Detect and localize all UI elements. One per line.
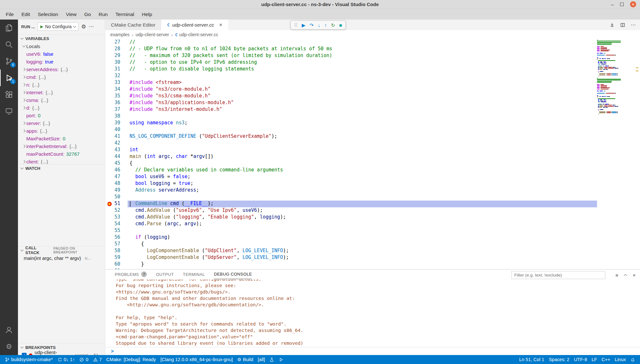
- explorer-icon[interactable]: [0, 20, 18, 36]
- search-icon[interactable]: [0, 36, 18, 53]
- extensions-icon[interactable]: [0, 86, 18, 103]
- debug-console-input-row[interactable]: >: [105, 347, 640, 355]
- menu-help[interactable]: Help: [138, 10, 156, 19]
- close-icon[interactable]: ×: [219, 22, 223, 28]
- variable-row[interactable]: cmd:{...}: [18, 73, 105, 81]
- variable-row[interactable]: logging:true: [18, 58, 105, 65]
- step-over-icon[interactable]: ↷: [310, 23, 314, 28]
- account-icon[interactable]: [0, 322, 18, 338]
- variable-row[interactable]: port:0: [18, 112, 105, 119]
- status-test[interactable]: [267, 355, 276, 364]
- status-launch[interactable]: [276, 355, 286, 364]
- minimap-line: [597, 69, 633, 70]
- tab-cmake-cache-editor[interactable]: CMake Cache Editor: [105, 20, 161, 30]
- stop-icon[interactable]: ■: [339, 23, 342, 28]
- variable-row[interactable]: interPacketInterval:{...}: [18, 142, 105, 150]
- close-panel-icon[interactable]: ×: [633, 272, 636, 278]
- variable-row[interactable]: useV6:false: [18, 50, 105, 58]
- menu-selection[interactable]: Selection: [34, 10, 62, 19]
- menu-go[interactable]: Go: [80, 10, 95, 19]
- panel-tab-debug-console[interactable]: DEBUG CONSOLE: [214, 269, 252, 279]
- variable-row[interactable]: server:{...}: [18, 119, 105, 127]
- variables-header[interactable]: VARIABLES: [18, 35, 105, 42]
- breakpoint-checkbox[interactable]: ✓: [22, 353, 27, 355]
- variable-row[interactable]: internet:{...}: [18, 88, 105, 96]
- twisty: [21, 130, 26, 132]
- menu-edit[interactable]: Edit: [18, 10, 34, 19]
- output-options-icon[interactable]: ≡: [615, 272, 618, 278]
- status-cmake-target[interactable]: [all]: [256, 355, 267, 364]
- line-number: 47: [105, 174, 130, 180]
- more-actions-icon[interactable]: ⋯: [89, 24, 94, 29]
- settings-icon[interactable]: ⚙: [0, 338, 18, 355]
- step-into-icon[interactable]: ↓: [318, 23, 320, 28]
- start-debug-icon[interactable]: ▶: [40, 24, 43, 29]
- step-out-icon[interactable]: ↑: [324, 23, 327, 28]
- source-control-icon[interactable]: 6: [0, 53, 18, 70]
- panel-tab-terminal[interactable]: TERMINAL: [183, 269, 205, 279]
- breadcrumb-item[interactable]: udp-client-server: [136, 32, 169, 37]
- minimize-icon[interactable]: –: [611, 2, 614, 7]
- status-cmake-kit[interactable]: [Clang 12.0.0 x86_64-pc-linux-gnu]: [158, 355, 235, 364]
- console-filter-input[interactable]: [511, 271, 605, 279]
- variable-row[interactable]: apps:{...}: [18, 127, 105, 135]
- variable-row[interactable]: serverAddress:{...}: [18, 65, 105, 73]
- call-stack-header[interactable]: CALL STACK PAUSED ON BREAKPOINT: [18, 246, 105, 254]
- breakpoint-row[interactable]: ✓ udp-client-server.cc exampl... 51: [18, 351, 105, 355]
- restore-icon[interactable]: [620, 3, 624, 6]
- more-actions-icon[interactable]: ⋯: [631, 22, 636, 28]
- variable-row[interactable]: d:{...}: [18, 104, 105, 112]
- status-sync-changes[interactable]: 0↓ 1↑: [55, 355, 77, 364]
- restart-icon[interactable]: ↻: [331, 23, 335, 28]
- run-and-debug-icon[interactable]: 1: [0, 70, 18, 86]
- download-icon[interactable]: [610, 22, 615, 28]
- status-indentation[interactable]: Spaces: 2: [546, 355, 572, 364]
- debug-settings-gear-icon[interactable]: ⚙: [81, 24, 86, 29]
- status-cursor-position[interactable]: Ln 51, Col 1: [517, 355, 546, 364]
- status-errors[interactable]: 0: [77, 355, 90, 364]
- console-line: Type "apropos word" to search for comman…: [116, 321, 632, 327]
- line-number: 44: [105, 153, 130, 160]
- status-warnings[interactable]: 7: [91, 355, 104, 364]
- debug-console-output[interactable]: Type "show configuration" for configurat…: [116, 279, 632, 347]
- breakpoint-file: udp-client-server.cc: [35, 350, 72, 355]
- stack-frame[interactable]: main(int argc, char ** argv) u...: [18, 254, 105, 262]
- status-eol[interactable]: LF: [589, 355, 599, 364]
- cpp-file-icon: C: [175, 32, 178, 37]
- tab-udp-client-server-cc[interactable]: Cudp-client-server.cc×: [161, 20, 228, 30]
- panel-tab-problems[interactable]: PROBLEMS7: [115, 269, 147, 279]
- breadcrumb-item[interactable]: examples: [110, 32, 130, 37]
- scope-locals[interactable]: Locals: [18, 42, 105, 50]
- continue-icon[interactable]: ▶: [302, 23, 306, 28]
- status-git-branch[interactable]: buildsystem-cmake*: [3, 355, 55, 364]
- minimap-line: [597, 115, 633, 115]
- code-editor[interactable]: 2728293031323334353637383940414243444546…: [105, 39, 640, 269]
- status-notifications[interactable]: [628, 355, 637, 364]
- menu-file[interactable]: File: [2, 10, 18, 19]
- variable-row[interactable]: csma:{...}: [18, 96, 105, 104]
- variable-value: {...}: [46, 90, 53, 95]
- panel-tab-output[interactable]: OUTPUT: [156, 269, 174, 279]
- code-line: main (int argc, char *argv[]): [130, 153, 597, 160]
- debug-config-dropdown[interactable]: ▶ No Configura: [38, 22, 79, 31]
- minimap[interactable]: [597, 40, 633, 116]
- menu-run[interactable]: Run: [95, 10, 111, 19]
- variable-row[interactable]: maxPacketCount:32767: [18, 150, 105, 158]
- remote-explorer-icon[interactable]: [0, 103, 18, 120]
- status-cmake-build[interactable]: ⚙Build: [235, 355, 256, 364]
- status-language-mode[interactable]: C++: [599, 355, 612, 364]
- split-editor-icon[interactable]: [620, 22, 625, 28]
- menu-terminal[interactable]: Terminal: [112, 10, 138, 19]
- chevron-down-icon: [22, 44, 25, 47]
- status-cmake-status[interactable]: CMake: [Debug]: Ready: [104, 355, 158, 364]
- maximize-panel-icon[interactable]: [624, 274, 627, 277]
- watch-header[interactable]: WATCH: [18, 164, 105, 172]
- variable-row[interactable]: n:{...}: [18, 81, 105, 88]
- status-remote-os[interactable]: Linux: [612, 355, 628, 364]
- status-encoding[interactable]: UTF-8: [572, 355, 589, 364]
- line-number: 34: [105, 86, 130, 93]
- close-window-icon[interactable]: ✕: [630, 1, 636, 7]
- variable-row[interactable]: MaxPacketSize:0: [18, 135, 105, 142]
- breadcrumb-item[interactable]: Cudp-client-server.cc: [175, 32, 218, 37]
- menu-view[interactable]: View: [62, 10, 80, 19]
